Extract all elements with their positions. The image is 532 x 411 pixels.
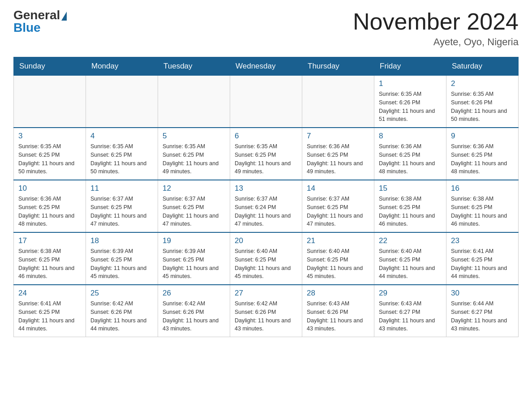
weekday-header-row: SundayMondayTuesdayWednesdayThursdayFrid… xyxy=(14,57,519,76)
calendar-cell: 12Sunrise: 6:37 AMSunset: 6:25 PMDayligh… xyxy=(158,180,230,232)
day-info: Sunrise: 6:42 AMSunset: 6:26 PMDaylight:… xyxy=(235,300,297,333)
calendar-cell: 2Sunrise: 6:35 AMSunset: 6:26 PMDaylight… xyxy=(446,76,519,128)
calendar-cell: 17Sunrise: 6:38 AMSunset: 6:25 PMDayligh… xyxy=(14,232,86,285)
day-info: Sunrise: 6:37 AMSunset: 6:25 PMDaylight:… xyxy=(90,195,153,228)
calendar-cell: 21Sunrise: 6:40 AMSunset: 6:25 PMDayligh… xyxy=(302,232,374,285)
weekday-header-friday: Friday xyxy=(374,57,446,76)
weekday-header-wednesday: Wednesday xyxy=(230,57,302,76)
calendar-cell: 14Sunrise: 6:37 AMSunset: 6:25 PMDayligh… xyxy=(302,180,374,232)
day-number: 5 xyxy=(163,132,225,141)
logo-general: General xyxy=(13,9,60,21)
calendar-week-3: 10Sunrise: 6:36 AMSunset: 6:25 PMDayligh… xyxy=(14,180,519,232)
logo-blue: Blue xyxy=(13,21,41,34)
day-info: Sunrise: 6:42 AMSunset: 6:26 PMDaylight:… xyxy=(163,300,225,333)
calendar-cell: 22Sunrise: 6:40 AMSunset: 6:25 PMDayligh… xyxy=(374,232,446,285)
day-info: Sunrise: 6:38 AMSunset: 6:25 PMDaylight:… xyxy=(379,195,442,228)
calendar-header: SundayMondayTuesdayWednesdayThursdayFrid… xyxy=(14,57,519,76)
calendar-week-4: 17Sunrise: 6:38 AMSunset: 6:25 PMDayligh… xyxy=(14,232,519,285)
day-info: Sunrise: 6:38 AMSunset: 6:25 PMDaylight:… xyxy=(451,195,514,228)
calendar-cell: 11Sunrise: 6:37 AMSunset: 6:25 PMDayligh… xyxy=(86,180,158,232)
calendar-cell: 6Sunrise: 6:35 AMSunset: 6:25 PMDaylight… xyxy=(230,128,302,180)
day-info: Sunrise: 6:44 AMSunset: 6:27 PMDaylight:… xyxy=(451,300,514,333)
day-info: Sunrise: 6:36 AMSunset: 6:25 PMDaylight:… xyxy=(379,142,442,176)
calendar-week-2: 3Sunrise: 6:35 AMSunset: 6:25 PMDaylight… xyxy=(14,128,519,180)
day-info: Sunrise: 6:35 AMSunset: 6:25 PMDaylight:… xyxy=(90,142,153,176)
logo-triangle-icon xyxy=(61,12,67,21)
day-number: 16 xyxy=(451,184,514,193)
calendar-cell xyxy=(14,76,86,128)
day-number: 9 xyxy=(451,132,514,141)
calendar-cell: 18Sunrise: 6:39 AMSunset: 6:25 PMDayligh… xyxy=(86,232,158,285)
weekday-header-sunday: Sunday xyxy=(14,57,86,76)
weekday-header-saturday: Saturday xyxy=(446,57,519,76)
day-number: 14 xyxy=(307,184,369,193)
day-number: 2 xyxy=(451,79,514,88)
calendar-cell: 30Sunrise: 6:44 AMSunset: 6:27 PMDayligh… xyxy=(446,285,519,337)
day-number: 22 xyxy=(379,236,442,245)
day-number: 21 xyxy=(307,236,369,245)
day-info: Sunrise: 6:40 AMSunset: 6:25 PMDaylight:… xyxy=(307,247,369,281)
day-number: 23 xyxy=(451,236,514,245)
calendar-cell: 7Sunrise: 6:36 AMSunset: 6:25 PMDaylight… xyxy=(302,128,374,180)
calendar-cell: 4Sunrise: 6:35 AMSunset: 6:25 PMDaylight… xyxy=(86,128,158,180)
calendar-week-1: 1Sunrise: 6:35 AMSunset: 6:26 PMDaylight… xyxy=(14,76,519,128)
calendar-cell xyxy=(158,76,230,128)
day-number: 18 xyxy=(90,236,153,245)
calendar-cell: 8Sunrise: 6:36 AMSunset: 6:25 PMDaylight… xyxy=(374,128,446,180)
calendar-subtitle: Ayete, Oyo, Nigeria xyxy=(353,36,519,48)
day-info: Sunrise: 6:37 AMSunset: 6:25 PMDaylight:… xyxy=(163,195,225,228)
day-info: Sunrise: 6:40 AMSunset: 6:25 PMDaylight:… xyxy=(235,247,297,281)
weekday-header-monday: Monday xyxy=(86,57,158,76)
day-number: 7 xyxy=(307,132,369,141)
day-info: Sunrise: 6:39 AMSunset: 6:25 PMDaylight:… xyxy=(163,247,225,281)
day-info: Sunrise: 6:43 AMSunset: 6:27 PMDaylight:… xyxy=(379,300,442,333)
day-number: 15 xyxy=(379,184,442,193)
day-info: Sunrise: 6:36 AMSunset: 6:25 PMDaylight:… xyxy=(307,142,369,176)
calendar-body: 1Sunrise: 6:35 AMSunset: 6:26 PMDaylight… xyxy=(14,76,519,337)
day-info: Sunrise: 6:37 AMSunset: 6:25 PMDaylight:… xyxy=(307,195,369,228)
day-number: 26 xyxy=(163,289,225,298)
calendar-cell: 16Sunrise: 6:38 AMSunset: 6:25 PMDayligh… xyxy=(446,180,519,232)
day-number: 27 xyxy=(235,289,297,298)
calendar-cell: 5Sunrise: 6:35 AMSunset: 6:25 PMDaylight… xyxy=(158,128,230,180)
day-number: 25 xyxy=(90,289,153,298)
day-number: 28 xyxy=(307,289,369,298)
day-info: Sunrise: 6:43 AMSunset: 6:26 PMDaylight:… xyxy=(307,300,369,333)
day-info: Sunrise: 6:41 AMSunset: 6:25 PMDaylight:… xyxy=(18,300,81,333)
day-number: 24 xyxy=(18,289,81,298)
calendar-cell: 1Sunrise: 6:35 AMSunset: 6:26 PMDaylight… xyxy=(374,76,446,128)
day-number: 13 xyxy=(235,184,297,193)
calendar-cell: 15Sunrise: 6:38 AMSunset: 6:25 PMDayligh… xyxy=(374,180,446,232)
day-info: Sunrise: 6:35 AMSunset: 6:25 PMDaylight:… xyxy=(235,142,297,176)
day-info: Sunrise: 6:40 AMSunset: 6:25 PMDaylight:… xyxy=(379,247,442,281)
calendar-cell: 26Sunrise: 6:42 AMSunset: 6:26 PMDayligh… xyxy=(158,285,230,337)
day-info: Sunrise: 6:36 AMSunset: 6:25 PMDaylight:… xyxy=(451,142,514,176)
day-info: Sunrise: 6:41 AMSunset: 6:25 PMDaylight:… xyxy=(451,247,514,281)
day-info: Sunrise: 6:39 AMSunset: 6:25 PMDaylight:… xyxy=(90,247,153,281)
day-number: 11 xyxy=(90,184,153,193)
day-info: Sunrise: 6:35 AMSunset: 6:26 PMDaylight:… xyxy=(379,90,442,124)
day-number: 4 xyxy=(90,132,153,141)
calendar-cell: 29Sunrise: 6:43 AMSunset: 6:27 PMDayligh… xyxy=(374,285,446,337)
day-info: Sunrise: 6:38 AMSunset: 6:25 PMDaylight:… xyxy=(18,247,81,281)
calendar-cell: 24Sunrise: 6:41 AMSunset: 6:25 PMDayligh… xyxy=(14,285,86,337)
day-number: 8 xyxy=(379,132,442,141)
calendar-cell: 3Sunrise: 6:35 AMSunset: 6:25 PMDaylight… xyxy=(14,128,86,180)
day-number: 10 xyxy=(18,184,81,193)
day-info: Sunrise: 6:35 AMSunset: 6:25 PMDaylight:… xyxy=(18,142,81,176)
day-number: 6 xyxy=(235,132,297,141)
day-number: 12 xyxy=(163,184,225,193)
day-number: 30 xyxy=(451,289,514,298)
calendar-cell: 10Sunrise: 6:36 AMSunset: 6:25 PMDayligh… xyxy=(14,180,86,232)
day-info: Sunrise: 6:35 AMSunset: 6:25 PMDaylight:… xyxy=(163,142,225,176)
calendar-cell: 9Sunrise: 6:36 AMSunset: 6:25 PMDaylight… xyxy=(446,128,519,180)
day-number: 17 xyxy=(18,236,81,245)
page-header: General Blue November 2024 Ayete, Oyo, N… xyxy=(13,9,519,48)
day-number: 3 xyxy=(18,132,81,141)
day-number: 29 xyxy=(379,289,442,298)
calendar-cell: 20Sunrise: 6:40 AMSunset: 6:25 PMDayligh… xyxy=(230,232,302,285)
calendar-cell xyxy=(230,76,302,128)
day-info: Sunrise: 6:35 AMSunset: 6:26 PMDaylight:… xyxy=(451,90,514,124)
calendar-table: SundayMondayTuesdayWednesdayThursdayFrid… xyxy=(13,57,519,337)
logo: General Blue xyxy=(13,9,67,34)
